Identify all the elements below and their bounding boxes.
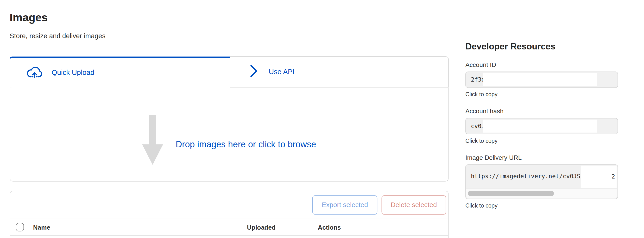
column-header-name: Name (33, 224, 247, 231)
tab-quick-upload-label: Quick Upload (52, 69, 94, 77)
developer-resources-panel: Developer Resources Account ID 2f3d Clic… (465, 40, 618, 209)
upload-tabs: Quick Upload Use API (10, 56, 448, 87)
dropzone[interactable]: Drop images here or click to browse (10, 87, 448, 181)
images-page: Images Store, resize and deliver images (0, 0, 644, 238)
page-title: Images (10, 11, 644, 24)
cloud-upload-icon (27, 66, 42, 79)
horizontal-scrollbar-thumb[interactable] (468, 191, 554, 196)
account-hash-label: Account hash (465, 108, 618, 115)
chevron-right-icon (250, 64, 258, 79)
upload-panel: Quick Upload Use API (10, 56, 448, 181)
image-delivery-url-field[interactable]: https://imagedelivery.net/cv0JSj 2 (465, 164, 618, 199)
redaction-overlay (483, 120, 597, 133)
page-subtitle: Store, resize and deliver images (10, 32, 644, 40)
account-id-label: Account ID (465, 61, 618, 68)
main-column: Quick Upload Use API (10, 40, 448, 238)
down-arrow-icon (142, 115, 163, 166)
dropzone-label: Drop images here or click to browse (176, 139, 316, 149)
column-header-uploaded: Uploaded (247, 224, 318, 231)
delete-selected-button[interactable]: Delete selected (382, 195, 446, 215)
table-header-row: Name Uploaded Actions (10, 219, 448, 236)
export-selected-button[interactable]: Export selected (312, 195, 377, 215)
account-hash-copy-hint: Click to copy (465, 138, 618, 144)
tab-quick-upload[interactable]: Quick Upload (10, 56, 230, 87)
account-hash-group: Account hash cv0J Click to copy (465, 108, 618, 144)
image-list-panel: Export selected Delete selected Name Upl… (10, 191, 448, 238)
horizontal-scrollbar (466, 188, 617, 198)
image-delivery-url-copy-hint: Click to copy (465, 203, 618, 209)
image-delivery-url-label: Image Delivery URL (465, 154, 618, 161)
select-all-checkbox[interactable] (16, 223, 24, 231)
image-delivery-url-group: Image Delivery URL https://imagedelivery… (465, 154, 618, 209)
tab-use-api-label: Use API (269, 68, 294, 76)
image-delivery-url-value-tail: 2 (612, 173, 615, 180)
account-id-group: Account ID 2f3d Click to copy (465, 61, 618, 98)
column-header-actions: Actions (318, 224, 341, 231)
account-hash-field[interactable]: cv0J (465, 118, 618, 134)
redaction-overlay (483, 73, 597, 86)
account-id-copy-hint: Click to copy (465, 91, 618, 97)
developer-resources-title: Developer Resources (465, 41, 618, 52)
account-id-field[interactable]: 2f3d (465, 72, 618, 88)
list-toolbar: Export selected Delete selected (10, 191, 448, 219)
tab-use-api[interactable]: Use API (230, 56, 448, 87)
